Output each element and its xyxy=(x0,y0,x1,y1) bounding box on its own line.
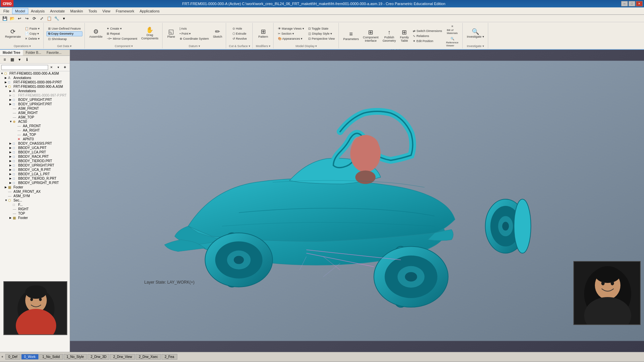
shrinkwrap-button[interactable]: ⊡ Shrinkwrap xyxy=(46,37,82,41)
menu-framework[interactable]: Framework xyxy=(113,8,137,14)
status-tab-2drwxsec[interactable]: 2_Drw_Xsec xyxy=(136,354,161,360)
viewport[interactable]: Layer State: LAY_WORK(+) xyxy=(70,50,644,352)
menu-model[interactable]: Model xyxy=(12,8,28,14)
tab-favorite[interactable]: Favorite... xyxy=(44,50,64,56)
manage-views-button[interactable]: 👁 Manage Views ▾ xyxy=(276,26,306,31)
open-button[interactable]: 📂 xyxy=(9,15,15,22)
tree-item-aa-front[interactable]: — AA_FRONT xyxy=(0,124,70,128)
qat-btn6[interactable]: ⤢ xyxy=(38,15,45,22)
tree-item-part999[interactable]: ▶ □ FRT-FREM001-0000-999-P.PRT xyxy=(0,80,70,84)
close-button[interactable]: ✕ xyxy=(636,1,643,6)
tree-item-aa-right[interactable]: — AA_RIGHT xyxy=(0,128,70,133)
investigate-button[interactable]: 🔍 Investigate ▾ xyxy=(465,28,486,40)
tree-item-body-upright-l[interactable]: ▶ □ BODY_UPRIGHT.PRT xyxy=(0,102,70,106)
tree-item-asm-front-ax[interactable]: — ASM_FRONT_AX xyxy=(0,189,70,194)
tree-item-asm-front[interactable]: — ASM_FRONT xyxy=(0,106,70,111)
tree-item-body-upright-r[interactable]: ▶ □ BODY_UPRIGHT.PRT xyxy=(0,98,70,102)
regenerate-button[interactable]: ⟳ Regenerate xyxy=(3,28,23,40)
status-tab-1nostyle[interactable]: 1_No_Style xyxy=(64,354,87,360)
copy-geometry-button[interactable]: ⧉ Copy Geometry xyxy=(46,31,82,36)
tree-item-bbody-tierod[interactable]: ▶ □ BBODY_TIEROD.PRT xyxy=(0,159,70,163)
tree-item-bbody-uca[interactable]: ▶ □ BBODY_UCA.PRT xyxy=(0,146,70,150)
user-defined-feature-button[interactable]: ⊞ User-Defined Feature xyxy=(46,26,82,31)
tree-item-footer2[interactable]: ▶ ▦ Footer xyxy=(0,216,70,220)
extrude-button[interactable]: ⬡ Extrude xyxy=(231,31,249,36)
tree-item-annotations1[interactable]: ▶ A Annotations xyxy=(0,76,70,80)
tree-settings-button[interactable]: ≡ xyxy=(1,57,8,63)
repeat-button[interactable]: ⊞ Repeat xyxy=(105,31,139,36)
delete-button[interactable]: ✕ Delete ▾ xyxy=(23,36,41,41)
axis-button[interactable]: | Axis xyxy=(178,26,211,31)
tree-item-bbody-rack[interactable]: ▶ □ BBODY_RACK.PRT xyxy=(0,154,70,159)
tree-item-sec-top[interactable]: — TOP xyxy=(0,211,70,216)
tree-item-bbody-lca-l[interactable]: ▶ □ BBODY_LCA_L.PRT xyxy=(0,172,70,176)
tab-model-tree[interactable]: Model Tree xyxy=(0,50,23,56)
hole-button[interactable]: ⊙ Hole xyxy=(231,26,249,31)
tree-item-aa-top[interactable]: — AA_TOP xyxy=(0,133,70,137)
parameters-button[interactable]: ≡ Parameters xyxy=(342,30,361,42)
tree-item-bbody-upright-r[interactable]: ▶ □ BBODY_UPRIGHT_R.PRT xyxy=(0,181,70,185)
section-button[interactable]: ✂ Section ▾ xyxy=(276,31,306,36)
menu-annotate[interactable]: Annotate xyxy=(47,8,68,14)
appearances-button[interactable]: 🎨 Appearances ▾ xyxy=(276,36,306,41)
tree-search-options[interactable]: ▾ xyxy=(55,64,62,70)
status-tab-0work[interactable]: 0_Work xyxy=(21,354,39,360)
tree-search-clear[interactable]: ✕ xyxy=(48,64,55,70)
tree-item-apnt0[interactable]: ✕ APNT0 xyxy=(0,137,70,141)
display-style-button[interactable]: ◫ Display Style ▾ xyxy=(307,31,336,36)
tree-view-button[interactable]: ▦ xyxy=(9,57,15,63)
component-interface-button[interactable]: ⊞ ComponentInterface xyxy=(361,28,381,44)
relations-button[interactable]: ∿ Relations xyxy=(411,34,444,38)
switch-dimensions-button[interactable]: ⇄ Switch Dimensions xyxy=(411,29,444,33)
tree-item-asm-top[interactable]: — ASM_TOP xyxy=(0,115,70,119)
tree-item-bbody-tierod-r[interactable]: ▶ □ BBODY_TIEROD_R.PRT xyxy=(0,176,70,181)
tree-item-acs0[interactable]: ▼ ⊕ ACS0 xyxy=(0,119,70,124)
drag-components-button[interactable]: ✋ DragComponents xyxy=(140,26,160,41)
point-button[interactable]: • Point ▾ xyxy=(178,31,211,36)
tree-item-body-chassis[interactable]: ▶ □ BODY_CHASSIS.PRT xyxy=(0,141,70,146)
status-tab-0def[interactable]: 0_Def xyxy=(5,354,21,360)
copy-button[interactable]: 📄 Copy ▾ xyxy=(23,31,41,36)
status-tab-2drwview[interactable]: 2_Drw_View xyxy=(110,354,135,360)
tree-col-button[interactable]: ▾ xyxy=(16,57,23,63)
maximize-button[interactable]: □ xyxy=(629,1,635,6)
tree-info-button[interactable]: ℹ xyxy=(24,57,30,63)
family-table-button[interactable]: ⊞ FamilyTable xyxy=(398,28,411,44)
coord-system-button[interactable]: ⊕ Coordinate System xyxy=(178,36,211,41)
minimize-button[interactable]: ─ xyxy=(621,1,628,6)
status-tab-2fea[interactable]: 2_Fea xyxy=(162,354,177,360)
tree-item-root[interactable]: ▼ ⬡ FRT-FREM001-0000-000-A.ASM xyxy=(0,71,70,76)
tree-item-sec-f[interactable]: □ F... xyxy=(0,203,70,207)
status-tab-2drw3d[interactable]: 2_Drw_3D xyxy=(87,354,109,360)
qat-btn8[interactable]: 🔧 xyxy=(53,15,60,22)
tree-item-asm-sym[interactable]: — ASM_SYM xyxy=(0,194,70,198)
menu-applications[interactable]: Applications xyxy=(137,8,162,14)
tree-item-footer1[interactable]: ▶ ▦ Footer xyxy=(0,185,70,189)
tree-item-sec-right[interactable]: — RIGHT xyxy=(0,207,70,211)
tree-search-input[interactable] xyxy=(1,65,48,70)
edit-position-button[interactable]: ✦ Edit Position xyxy=(411,39,444,43)
tree-add-button[interactable]: + xyxy=(62,64,68,70)
menu-analysis[interactable]: Analysis xyxy=(28,8,47,14)
tab-folder[interactable]: Folder B... xyxy=(23,50,44,56)
tree-item-part997[interactable]: ▶ □ FRT-FREM001-0000-997-P.PRT xyxy=(0,93,70,98)
tree-item-asm-right[interactable]: — ASM_RIGHT xyxy=(0,111,70,115)
create-button[interactable]: ✦ Create ▾ xyxy=(105,26,139,31)
tree-item-section[interactable]: ▼ ⬡ Sec... xyxy=(0,198,70,203)
assemble-button[interactable]: ⚙ Assemble xyxy=(87,28,104,40)
publish-geometry-button[interactable]: ↑ PublishGeometry xyxy=(381,28,398,44)
menu-manikin[interactable]: Manikin xyxy=(68,8,86,14)
qat-dropdown[interactable]: ▾ xyxy=(61,15,67,22)
undo-button[interactable]: ↩ xyxy=(16,15,23,22)
reference-viewer-button[interactable]: 🔍 ReferenceViewer xyxy=(444,36,460,48)
plane-button[interactable]: ◱ Plane xyxy=(165,28,177,40)
tree-item-asm900[interactable]: ▼ ⬡ FRT-FREM001-0000-900-A.ASM xyxy=(0,84,70,89)
redo-button[interactable]: ↪ xyxy=(24,15,30,22)
tree-item-bbody-uca-r[interactable]: ▶ □ BBODY_UCA_R.PRT xyxy=(0,168,70,172)
menu-tools[interactable]: Tools xyxy=(86,8,100,14)
bill-of-materials-button[interactable]: ≡ Bill ofMaterials xyxy=(444,24,460,36)
tree-item-annotations2[interactable]: ▶ A Annotations xyxy=(0,89,70,93)
revolve-button[interactable]: ↺ Revolve xyxy=(231,36,249,41)
tree-item-bbody-upright[interactable]: ▶ □ BBODY_UPRIGHT.PRT xyxy=(0,163,70,168)
paste-button[interactable]: 📋 Paste ▾ xyxy=(23,26,41,31)
